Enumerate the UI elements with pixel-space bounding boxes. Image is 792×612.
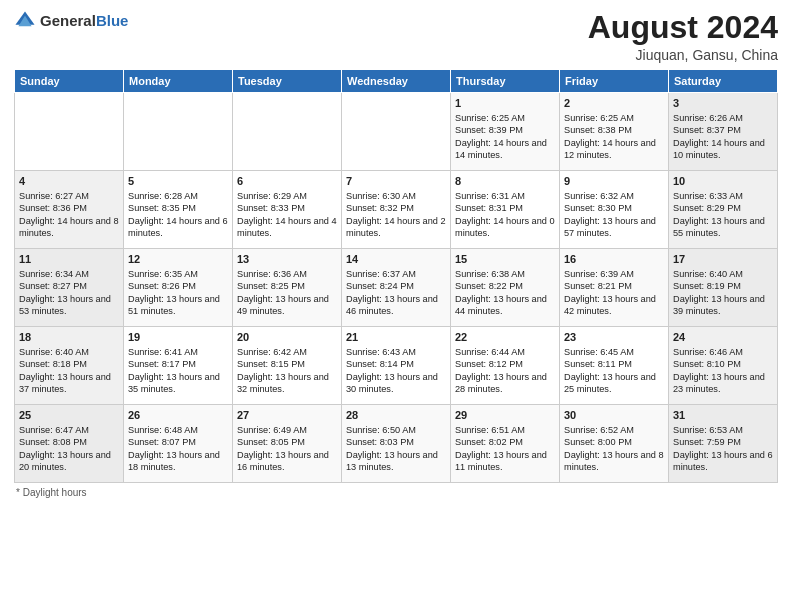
day-content: Daylight: 14 hours and 2 minutes. xyxy=(346,215,446,240)
week-row-4: 18Sunrise: 6:40 AMSunset: 8:18 PMDayligh… xyxy=(15,327,778,405)
calendar-cell: 18Sunrise: 6:40 AMSunset: 8:18 PMDayligh… xyxy=(15,327,124,405)
day-content: Daylight: 13 hours and 16 minutes. xyxy=(237,449,337,474)
day-number: 31 xyxy=(673,408,773,423)
calendar-cell: 11Sunrise: 6:34 AMSunset: 8:27 PMDayligh… xyxy=(15,249,124,327)
calendar-cell: 27Sunrise: 6:49 AMSunset: 8:05 PMDayligh… xyxy=(233,405,342,483)
day-content: Daylight: 13 hours and 51 minutes. xyxy=(128,293,228,318)
week-row-3: 11Sunrise: 6:34 AMSunset: 8:27 PMDayligh… xyxy=(15,249,778,327)
calendar-cell: 12Sunrise: 6:35 AMSunset: 8:26 PMDayligh… xyxy=(124,249,233,327)
day-content: Sunset: 8:31 PM xyxy=(455,202,555,214)
header-day-tuesday: Tuesday xyxy=(233,70,342,93)
calendar-cell: 6Sunrise: 6:29 AMSunset: 8:33 PMDaylight… xyxy=(233,171,342,249)
day-content: Daylight: 13 hours and 49 minutes. xyxy=(237,293,337,318)
calendar-cell: 23Sunrise: 6:45 AMSunset: 8:11 PMDayligh… xyxy=(560,327,669,405)
day-content: Sunset: 8:19 PM xyxy=(673,280,773,292)
calendar-cell: 8Sunrise: 6:31 AMSunset: 8:31 PMDaylight… xyxy=(451,171,560,249)
day-content: Daylight: 13 hours and 55 minutes. xyxy=(673,215,773,240)
day-content: Sunset: 8:30 PM xyxy=(564,202,664,214)
day-content: Sunrise: 6:50 AM xyxy=(346,424,446,436)
header-row: SundayMondayTuesdayWednesdayThursdayFrid… xyxy=(15,70,778,93)
calendar-cell xyxy=(15,93,124,171)
day-number: 25 xyxy=(19,408,119,423)
header: General Blue August 2024 Jiuquan, Gansu,… xyxy=(14,10,778,63)
week-row-2: 4Sunrise: 6:27 AMSunset: 8:36 PMDaylight… xyxy=(15,171,778,249)
day-content: Sunrise: 6:27 AM xyxy=(19,190,119,202)
day-content: Sunset: 8:36 PM xyxy=(19,202,119,214)
day-content: Sunrise: 6:49 AM xyxy=(237,424,337,436)
day-content: Sunrise: 6:25 AM xyxy=(455,112,555,124)
footer-note-text: Daylight hours xyxy=(23,487,87,498)
day-content: Sunrise: 6:33 AM xyxy=(673,190,773,202)
day-number: 27 xyxy=(237,408,337,423)
calendar-table: SundayMondayTuesdayWednesdayThursdayFrid… xyxy=(14,69,778,483)
header-day-thursday: Thursday xyxy=(451,70,560,93)
day-content: Sunrise: 6:29 AM xyxy=(237,190,337,202)
day-number: 29 xyxy=(455,408,555,423)
day-content: Daylight: 13 hours and 42 minutes. xyxy=(564,293,664,318)
day-number: 26 xyxy=(128,408,228,423)
calendar-cell: 17Sunrise: 6:40 AMSunset: 8:19 PMDayligh… xyxy=(669,249,778,327)
calendar-cell: 14Sunrise: 6:37 AMSunset: 8:24 PMDayligh… xyxy=(342,249,451,327)
day-number: 11 xyxy=(19,252,119,267)
logo-general: General xyxy=(40,13,96,30)
header-day-monday: Monday xyxy=(124,70,233,93)
day-number: 18 xyxy=(19,330,119,345)
day-content: Sunset: 8:35 PM xyxy=(128,202,228,214)
day-number: 10 xyxy=(673,174,773,189)
calendar-cell: 4Sunrise: 6:27 AMSunset: 8:36 PMDaylight… xyxy=(15,171,124,249)
header-day-wednesday: Wednesday xyxy=(342,70,451,93)
day-content: Daylight: 13 hours and 13 minutes. xyxy=(346,449,446,474)
day-content: Daylight: 13 hours and 37 minutes. xyxy=(19,371,119,396)
day-content: Sunrise: 6:48 AM xyxy=(128,424,228,436)
day-number: 3 xyxy=(673,96,773,111)
day-content: Daylight: 13 hours and 25 minutes. xyxy=(564,371,664,396)
day-content: Daylight: 13 hours and 11 minutes. xyxy=(455,449,555,474)
day-content: Sunset: 8:22 PM xyxy=(455,280,555,292)
day-content: Sunset: 7:59 PM xyxy=(673,436,773,448)
day-number: 7 xyxy=(346,174,446,189)
day-content: Sunrise: 6:41 AM xyxy=(128,346,228,358)
day-number: 8 xyxy=(455,174,555,189)
day-content: Sunrise: 6:43 AM xyxy=(346,346,446,358)
day-content: Sunset: 8:38 PM xyxy=(564,124,664,136)
day-number: 23 xyxy=(564,330,664,345)
calendar-cell: 29Sunrise: 6:51 AMSunset: 8:02 PMDayligh… xyxy=(451,405,560,483)
day-content: Sunrise: 6:37 AM xyxy=(346,268,446,280)
day-number: 13 xyxy=(237,252,337,267)
header-day-sunday: Sunday xyxy=(15,70,124,93)
day-content: Sunrise: 6:45 AM xyxy=(564,346,664,358)
day-content: Sunrise: 6:53 AM xyxy=(673,424,773,436)
week-row-1: 1Sunrise: 6:25 AMSunset: 8:39 PMDaylight… xyxy=(15,93,778,171)
calendar-cell xyxy=(233,93,342,171)
calendar-cell: 24Sunrise: 6:46 AMSunset: 8:10 PMDayligh… xyxy=(669,327,778,405)
day-number: 20 xyxy=(237,330,337,345)
calendar-cell: 2Sunrise: 6:25 AMSunset: 8:38 PMDaylight… xyxy=(560,93,669,171)
day-content: Sunrise: 6:34 AM xyxy=(19,268,119,280)
day-content: Daylight: 14 hours and 6 minutes. xyxy=(128,215,228,240)
calendar-cell: 5Sunrise: 6:28 AMSunset: 8:35 PMDaylight… xyxy=(124,171,233,249)
day-number: 15 xyxy=(455,252,555,267)
day-number: 19 xyxy=(128,330,228,345)
day-number: 6 xyxy=(237,174,337,189)
day-number: 4 xyxy=(19,174,119,189)
day-content: Daylight: 13 hours and 18 minutes. xyxy=(128,449,228,474)
day-content: Sunset: 8:37 PM xyxy=(673,124,773,136)
day-number: 17 xyxy=(673,252,773,267)
day-content: Sunset: 8:33 PM xyxy=(237,202,337,214)
day-content: Daylight: 14 hours and 14 minutes. xyxy=(455,137,555,162)
day-content: Daylight: 13 hours and 39 minutes. xyxy=(673,293,773,318)
day-content: Sunrise: 6:25 AM xyxy=(564,112,664,124)
day-number: 5 xyxy=(128,174,228,189)
day-content: Sunset: 8:08 PM xyxy=(19,436,119,448)
logo-icon xyxy=(14,10,36,32)
day-content: Daylight: 13 hours and 23 minutes. xyxy=(673,371,773,396)
day-content: Sunset: 8:27 PM xyxy=(19,280,119,292)
day-content: Sunrise: 6:32 AM xyxy=(564,190,664,202)
day-content: Sunset: 8:14 PM xyxy=(346,358,446,370)
day-content: Daylight: 13 hours and 44 minutes. xyxy=(455,293,555,318)
calendar-cell: 20Sunrise: 6:42 AMSunset: 8:15 PMDayligh… xyxy=(233,327,342,405)
week-row-5: 25Sunrise: 6:47 AMSunset: 8:08 PMDayligh… xyxy=(15,405,778,483)
calendar-header: SundayMondayTuesdayWednesdayThursdayFrid… xyxy=(15,70,778,93)
day-content: Sunset: 8:26 PM xyxy=(128,280,228,292)
day-number: 22 xyxy=(455,330,555,345)
